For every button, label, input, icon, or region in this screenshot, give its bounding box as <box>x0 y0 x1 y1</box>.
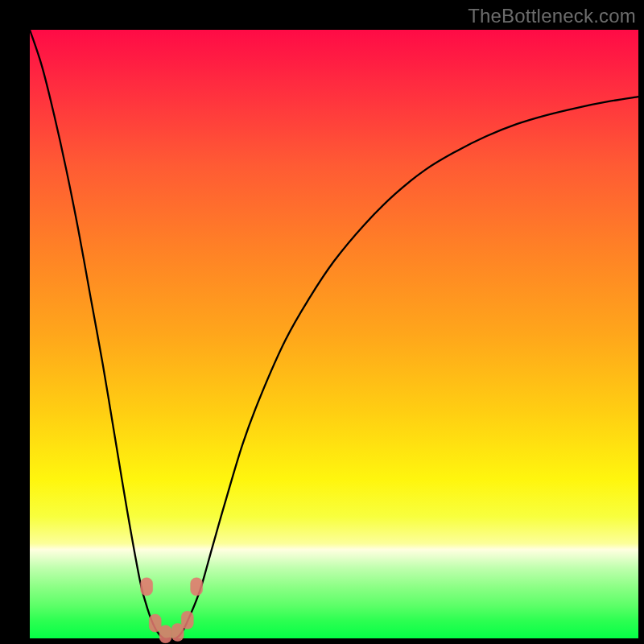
chart-svg <box>30 30 638 638</box>
markers-group <box>141 578 203 643</box>
curve-marker <box>159 625 171 643</box>
curve-marker <box>141 578 153 596</box>
bottleneck-curve <box>30 30 638 639</box>
watermark-text: TheBottleneck.com <box>468 5 636 27</box>
plot-area <box>30 30 638 638</box>
curve-marker <box>181 611 193 629</box>
curve-marker <box>191 578 203 596</box>
chart-frame: TheBottleneck.com <box>0 0 644 644</box>
